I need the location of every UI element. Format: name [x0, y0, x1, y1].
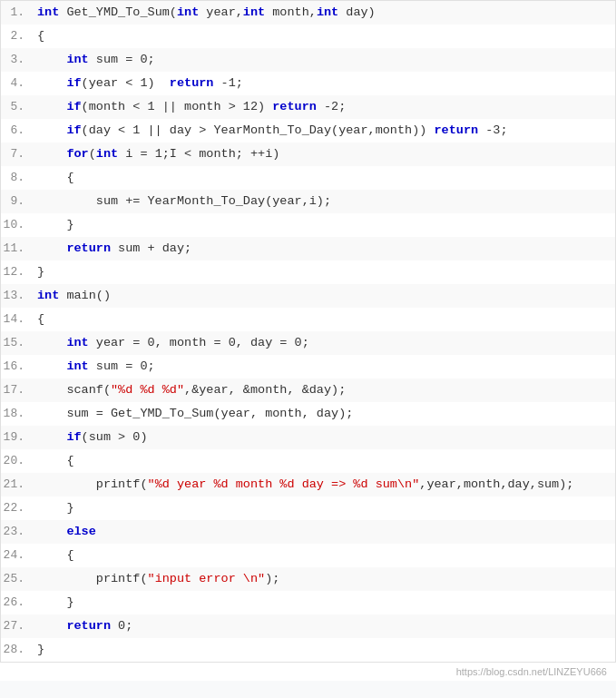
code-line: 11. return sum + day;: [1, 237, 615, 261]
code-block: 1.int Get_YMD_To_Sum(int year,int month,…: [0, 0, 616, 663]
line-number: 19.: [1, 430, 34, 444]
line-content: {: [34, 168, 615, 188]
line-number: 28.: [1, 643, 34, 656]
code-line: 12.}: [1, 261, 615, 284]
code-line: 21. printf("%d year %d month %d day => %…: [1, 473, 615, 496]
line-content: if(sum > 0): [34, 428, 615, 447]
line-content: scanf("%d %d %d",&year, &month, &day);: [34, 380, 615, 400]
code-line: 28.}: [1, 638, 615, 662]
line-content: }: [34, 593, 615, 613]
line-content: int main(): [34, 286, 615, 306]
watermark: https://blog.csdn.net/LINZEYU666: [0, 663, 616, 681]
line-number: 24.: [1, 548, 34, 562]
line-number: 12.: [1, 265, 34, 279]
line-content: if(month < 1 || month > 12) return -2;: [34, 97, 615, 117]
code-line: 3. int sum = 0;: [1, 48, 615, 72]
line-content: int sum = 0;: [34, 50, 615, 70]
line-number: 18.: [1, 407, 34, 420]
code-line: 26. }: [1, 591, 615, 614]
line-content: {: [34, 546, 615, 565]
line-content: }: [34, 262, 615, 282]
line-content: printf("input error \n");: [34, 569, 615, 589]
line-content: {: [34, 26, 615, 46]
code-line: 9. sum += YearMonth_To_Day(year,i);: [1, 190, 615, 213]
line-number: 14.: [1, 312, 34, 326]
line-number: 25.: [1, 572, 34, 585]
line-number: 1.: [1, 5, 34, 19]
line-content: {: [34, 310, 615, 329]
line-content: if(year < 1) return -1;: [34, 74, 615, 93]
line-number: 2.: [1, 29, 34, 43]
line-content: return sum + day;: [34, 239, 615, 259]
line-content: else: [34, 522, 615, 542]
code-line: 18. sum = Get_YMD_To_Sum(year, month, da…: [1, 402, 615, 426]
code-line: 6. if(day < 1 || day > YearMonth_To_Day(…: [1, 119, 615, 143]
line-number: 7.: [1, 147, 34, 161]
line-number: 16.: [1, 359, 34, 373]
code-line: 13.int main(): [1, 284, 615, 308]
code-line: 19. if(sum > 0): [1, 426, 615, 449]
code-line: 25. printf("input error \n");: [1, 567, 615, 591]
line-number: 21.: [1, 477, 34, 491]
line-content: sum = Get_YMD_To_Sum(year, month, day);: [34, 404, 615, 424]
line-number: 11.: [1, 241, 34, 255]
line-number: 6.: [1, 123, 34, 137]
line-content: int sum = 0;: [34, 357, 615, 377]
line-number: 8.: [1, 171, 34, 184]
line-content: if(day < 1 || day > YearMonth_To_Day(yea…: [34, 121, 615, 141]
line-content: }: [34, 498, 615, 518]
code-line: 5. if(month < 1 || month > 12) return -2…: [1, 95, 615, 119]
code-line: 2.{: [1, 25, 615, 48]
line-number: 27.: [1, 619, 34, 633]
code-line: 8. {: [1, 166, 615, 190]
line-number: 9.: [1, 194, 34, 208]
code-line: 27. return 0;: [1, 614, 615, 638]
line-number: 3.: [1, 53, 34, 66]
line-content: printf("%d year %d month %d day => %d su…: [34, 475, 615, 495]
code-line: 22. }: [1, 496, 615, 520]
code-line: 14.{: [1, 308, 615, 331]
code-line: 10. }: [1, 213, 615, 237]
line-number: 26.: [1, 595, 34, 609]
line-number: 10.: [1, 218, 34, 231]
line-content: }: [34, 640, 615, 660]
line-number: 22.: [1, 501, 34, 515]
line-content: return 0;: [34, 616, 615, 636]
line-number: 17.: [1, 383, 34, 397]
code-line: 20. {: [1, 449, 615, 473]
line-number: 5.: [1, 100, 34, 113]
line-number: 20.: [1, 454, 34, 467]
code-line: 23. else: [1, 520, 615, 544]
code-line: 24. {: [1, 544, 615, 567]
code-line: 7. for(int i = 1;I < month; ++i): [1, 143, 615, 166]
code-line: 1.int Get_YMD_To_Sum(int year,int month,…: [1, 1, 615, 25]
line-number: 13.: [1, 289, 34, 302]
line-number: 15.: [1, 336, 34, 349]
line-number: 23.: [1, 525, 34, 538]
code-line: 16. int sum = 0;: [1, 355, 615, 378]
line-content: {: [34, 451, 615, 471]
line-content: for(int i = 1;I < month; ++i): [34, 144, 615, 164]
line-content: int year = 0, month = 0, day = 0;: [34, 333, 615, 353]
code-line: 15. int year = 0, month = 0, day = 0;: [1, 331, 615, 355]
line-content: sum += YearMonth_To_Day(year,i);: [34, 192, 615, 211]
line-content: }: [34, 215, 615, 235]
code-line: 17. scanf("%d %d %d",&year, &month, &day…: [1, 378, 615, 402]
code-line: 4. if(year < 1) return -1;: [1, 72, 615, 95]
line-number: 4.: [1, 76, 34, 90]
line-content: int Get_YMD_To_Sum(int year,int month,in…: [34, 3, 615, 23]
